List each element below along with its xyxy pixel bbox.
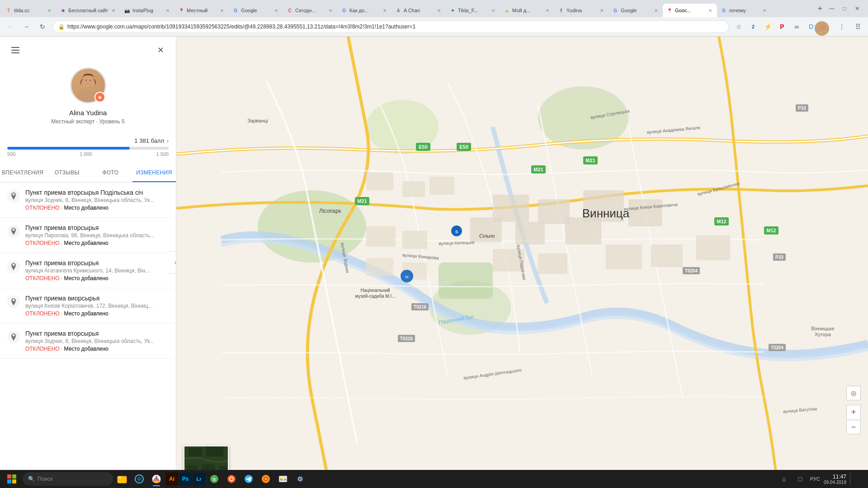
tab-close-google1[interactable]: ✕ <box>273 7 279 14</box>
tab-reviews[interactable]: ОТЗЫВЫ <box>45 164 89 182</box>
profile-name: Alina Yudina <box>69 109 107 117</box>
tab-close-pochemu[interactable]: ✕ <box>761 7 768 14</box>
app-grid-button[interactable]: ⠿ <box>852 20 864 33</box>
edit-item-1[interactable]: Пункт приема вторсырья вулиця Пирогова, … <box>0 218 176 253</box>
tab-favicon-maps-local: 📍 <box>178 7 184 14</box>
edit-content-0: Пункт приема вторсырья Подільська січ ву… <box>25 189 169 211</box>
minimize-button[interactable]: — <box>826 3 837 14</box>
taskbar-chrome[interactable] <box>148 471 165 487</box>
taskbar-explorer[interactable] <box>114 471 130 487</box>
tab-bespl[interactable]: ★ Бесплатный сайт ✕ <box>56 4 120 17</box>
edit-item-3[interactable]: Пункт приема виорсырья вулиця Князів Кор… <box>0 288 176 324</box>
taskbar-notifications[interactable]: ⌂ <box>778 473 790 485</box>
toolbar-icons: ☆ 2 ⚡ P ∞ D ⋮ <box>732 19 848 34</box>
svg-rect-25 <box>515 222 545 244</box>
collapse-sidebar-button[interactable]: ‹ <box>169 251 176 274</box>
bookmark-icon[interactable]: ☆ <box>732 20 745 33</box>
points-value[interactable]: 1 381 балл › <box>134 137 169 144</box>
ext-2-icon[interactable]: 2 <box>747 20 760 33</box>
taskbar-clock[interactable]: 11:47 09.04.2019 <box>824 474 846 485</box>
tab-impressions[interactable]: ВПЕЧАТЛЕНИЯ <box>0 164 45 182</box>
user-avatar-button[interactable] <box>815 21 829 36</box>
taskbar-firefox[interactable] <box>258 471 274 487</box>
tab-close-achan[interactable]: ✕ <box>436 7 442 14</box>
hamburger-menu-button[interactable] <box>7 42 24 58</box>
tab-photos[interactable]: ФОТО <box>89 164 132 182</box>
tab-achan[interactable]: A A Chan ✕ <box>392 4 446 17</box>
tab-close-kakdob[interactable]: ✕ <box>382 7 388 14</box>
edit-status-1: ОТКЛОНЕНО · Место добавлено <box>25 240 169 246</box>
tab-segodnya[interactable]: С Сегодн... ✕ <box>283 4 337 17</box>
tab-close-segodnya[interactable]: ✕ <box>327 7 334 14</box>
tab-insta[interactable]: 📷 InstaPlug ✕ <box>120 4 175 17</box>
taskbar: 🔍 Поиск Ai Ps Lr G <box>0 470 868 488</box>
tab-yudina[interactable]: f Yudina ✕ <box>554 4 609 17</box>
taskbar-search-bar[interactable]: 🔍 Поиск <box>23 472 113 486</box>
taskbar-action-center[interactable]: □ <box>794 473 807 485</box>
forward-button[interactable]: → <box>20 20 33 33</box>
tab-close-yudina[interactable]: ✕ <box>599 7 605 14</box>
tab-close-goog-maps[interactable]: ✕ <box>707 7 713 14</box>
svg-rect-32 <box>651 244 683 267</box>
tab-tilda_f[interactable]: ✦ Tilda_F... ✕ <box>446 4 500 17</box>
tab-kakdob[interactable]: G Как до... ✕ <box>337 4 392 17</box>
tab-maps-local[interactable]: 📍 Местный ✕ <box>175 4 229 17</box>
svg-rect-15 <box>366 172 393 190</box>
close-panel-button[interactable]: ✕ <box>152 42 169 58</box>
points-arrow: › <box>167 137 169 144</box>
svg-rect-26 <box>565 217 601 244</box>
taskbar-illustrator[interactable]: Ai <box>165 473 178 485</box>
back-button[interactable]: ← <box>4 20 16 33</box>
tab-close-maps-local[interactable]: ✕ <box>219 7 225 14</box>
svg-text:Вінницьке: Вінницьке <box>811 326 834 331</box>
svg-rect-17 <box>429 177 454 195</box>
ext-icon[interactable]: ⚡ <box>761 20 774 33</box>
tab-google2[interactable]: G Google ✕ <box>609 4 663 17</box>
start-button[interactable] <box>2 471 22 487</box>
address-bar[interactable]: 🔒 https://www.google.com.ua/maps/contrib… <box>52 20 729 33</box>
tab-goog-maps[interactable]: 📍 Gooc... ✕ <box>663 4 717 17</box>
tab-close-tilda[interactable]: ✕ <box>46 7 52 14</box>
taskbar-green-app[interactable]: G <box>206 471 222 487</box>
taskbar-steam[interactable] <box>292 471 308 487</box>
svg-text:Хутора: Хутора <box>815 332 831 337</box>
edit-item-2[interactable]: Пункт приема вторсырья вулиця Агатангела… <box>0 253 176 288</box>
pinterest-icon[interactable]: P <box>776 20 788 33</box>
profile-avatar-container: ★ <box>70 67 106 103</box>
new-tab-button[interactable]: + <box>814 2 826 15</box>
taskbar-photoshop[interactable]: Ps <box>179 473 192 485</box>
taskbar-telegram[interactable] <box>241 471 257 487</box>
tab-label-achan: A Chan <box>404 8 434 13</box>
maximize-button[interactable]: □ <box>839 3 850 14</box>
tab-close-moyd[interactable]: ✕ <box>544 7 551 14</box>
taskbar-cortana[interactable] <box>131 471 147 487</box>
edit-item-4[interactable]: Пункт приема вторсырья вулиця Зодчих, 8,… <box>0 324 176 359</box>
tab-close-google2[interactable]: ✕ <box>653 7 659 14</box>
more-menu-icon[interactable]: ⋮ <box>835 20 848 33</box>
tab-close-insta[interactable]: ✕ <box>165 7 171 14</box>
tab-google1[interactable]: G Google ✕ <box>229 4 283 17</box>
tab-changes[interactable]: ИЗМЕНЕНИЯ <box>132 164 176 182</box>
tab-pochemu[interactable]: G почему ✕ <box>717 4 771 17</box>
tab-close-tilda_f[interactable]: ✕ <box>490 7 496 14</box>
svg-point-1 <box>817 31 828 36</box>
tab-favicon-tilda_f: ✦ <box>449 7 456 14</box>
zoom-in-button[interactable]: + <box>846 405 861 419</box>
my-location-button[interactable]: ◎ <box>846 386 861 400</box>
tab-moyd[interactable]: ▲ Мой д... ✕ <box>500 4 554 17</box>
refresh-button[interactable]: ↻ <box>36 20 49 33</box>
tab-tilda[interactable]: T tilda.cc ✕ <box>2 4 56 17</box>
svg-text:T0216: T0216 <box>400 336 413 341</box>
taskbar-photos[interactable] <box>275 471 291 487</box>
taskbar-lang[interactable]: РУС <box>810 476 820 482</box>
taskbar-chrome2[interactable] <box>223 471 240 487</box>
edit-item-0[interactable]: Пункт приема вторсырья Подільська січ ву… <box>0 183 176 218</box>
tab-close-bespl[interactable]: ✕ <box>110 7 117 14</box>
taskbar-lightroom[interactable]: Lr <box>193 473 205 485</box>
zoom-out-button[interactable]: − <box>846 420 861 434</box>
ext2-icon[interactable]: ∞ <box>790 20 803 33</box>
close-window-button[interactable]: ✕ <box>852 3 863 14</box>
taskbar-show-desktop[interactable] <box>850 473 863 485</box>
profile-section: ★ Alina Yudina Местный эксперт · Уровень… <box>0 64 176 134</box>
svg-point-114 <box>300 479 301 480</box>
